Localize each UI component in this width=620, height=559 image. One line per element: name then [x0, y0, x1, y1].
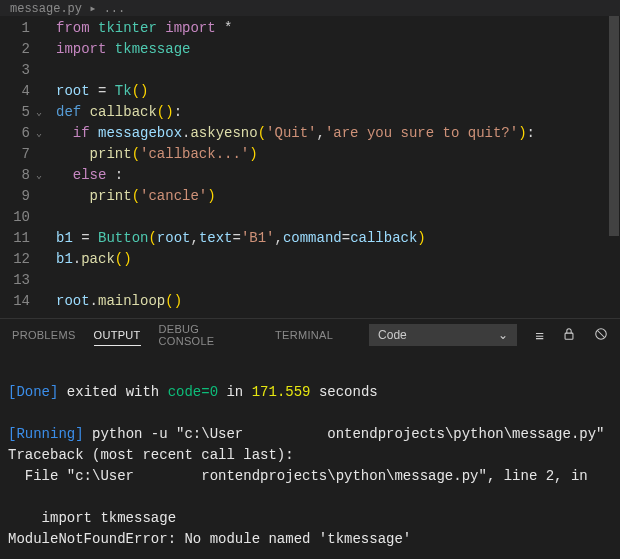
line-number: 6⌄ [0, 123, 30, 144]
code-line[interactable] [56, 270, 620, 291]
code-line[interactable]: print('callback...') [56, 144, 620, 165]
traceback-line [8, 489, 25, 505]
code-line[interactable]: else : [56, 165, 620, 186]
code-line[interactable]: root.mainloop() [56, 291, 620, 312]
lock-scroll-icon[interactable] [562, 327, 576, 344]
exit-code: code=0 [168, 384, 218, 400]
code-line[interactable]: def callback(): [56, 102, 620, 123]
code-area[interactable]: from tkinter import *import tkmessageroo… [40, 16, 620, 318]
line-gutter: 12345⌄6⌄78⌄91011121314 [0, 16, 40, 318]
line-number: 12 [0, 249, 30, 270]
tab-output[interactable]: OUTPUT [94, 329, 141, 346]
filter-icon[interactable]: ≡ [535, 327, 544, 344]
tab-title: message.py ▸ ... [10, 1, 125, 16]
code-line[interactable]: if messagebox.askyesno('Quit','are you s… [56, 123, 620, 144]
running-cmd: python -u "c:\User ontendprojects\python… [84, 426, 605, 442]
traceback-line: Traceback (most recent call last): [8, 447, 294, 463]
done-tag: [Done] [8, 384, 58, 400]
code-line[interactable]: b1 = Button(root,text='B1',command=callb… [56, 228, 620, 249]
code-line[interactable] [56, 207, 620, 228]
running-tag: [Running] [8, 426, 84, 442]
code-line[interactable]: import tkmessage [56, 39, 620, 60]
line-number: 4 [0, 81, 30, 102]
code-line[interactable]: root = Tk() [56, 81, 620, 102]
fold-icon[interactable]: ⌄ [36, 123, 42, 144]
output-panel[interactable]: [Done] exited with code=0 in 171.559 sec… [0, 351, 620, 559]
dropdown-value: Code [378, 328, 407, 342]
done-text: exited with [58, 384, 167, 400]
code-line[interactable]: from tkinter import * [56, 18, 620, 39]
tab-bar: message.py ▸ ... [0, 0, 620, 16]
scrollbar-thumb[interactable] [609, 16, 619, 236]
line-number: 11 [0, 228, 30, 249]
line-number: 3 [0, 60, 30, 81]
code-line[interactable]: b1.pack() [56, 249, 620, 270]
fold-icon[interactable]: ⌄ [36, 165, 42, 186]
line-number: 5⌄ [0, 102, 30, 123]
tab-problems[interactable]: PROBLEMS [12, 329, 76, 341]
line-number: 13 [0, 270, 30, 291]
error-line: ModuleNotFoundError: No module named 'tk… [8, 531, 411, 547]
line-number: 14 [0, 291, 30, 312]
svg-rect-0 [565, 333, 573, 339]
fold-icon[interactable]: ⌄ [36, 102, 42, 123]
line-number: 8⌄ [0, 165, 30, 186]
code-line[interactable] [56, 60, 620, 81]
line-number: 1 [0, 18, 30, 39]
editor-scrollbar[interactable] [608, 16, 620, 318]
code-editor[interactable]: 12345⌄6⌄78⌄91011121314 from tkinter impo… [0, 16, 620, 318]
panel-tab-bar: PROBLEMS OUTPUT DEBUG CONSOLE TERMINAL C… [0, 318, 620, 351]
elapsed-time: 171.559 [252, 384, 311, 400]
tab-terminal[interactable]: TERMINAL [275, 329, 333, 341]
line-number: 2 [0, 39, 30, 60]
chevron-down-icon: ⌄ [498, 328, 508, 342]
line-number: 7 [0, 144, 30, 165]
line-number: 9 [0, 186, 30, 207]
output-channel-dropdown[interactable]: Code ⌄ [369, 324, 517, 346]
code-line[interactable]: print('cancle') [56, 186, 620, 207]
tab-debug-console[interactable]: DEBUG CONSOLE [159, 323, 257, 347]
line-number: 10 [0, 207, 30, 228]
clear-output-icon[interactable] [594, 327, 608, 344]
traceback-line: import tkmessage [8, 510, 176, 526]
traceback-line: File "c:\User rontendprojects\python\mes… [8, 468, 588, 484]
